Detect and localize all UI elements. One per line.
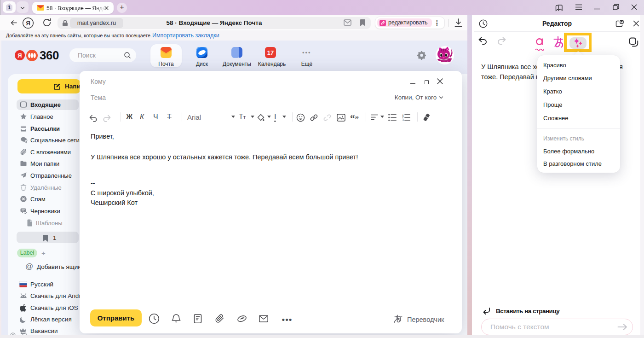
svg-text:17: 17 [267,49,274,56]
svg-text:3: 3 [402,118,404,121]
svg-text:Я: Я [17,52,22,59]
svg-text:1: 1 [8,5,11,10]
svg-text:Я: Я [26,20,30,27]
